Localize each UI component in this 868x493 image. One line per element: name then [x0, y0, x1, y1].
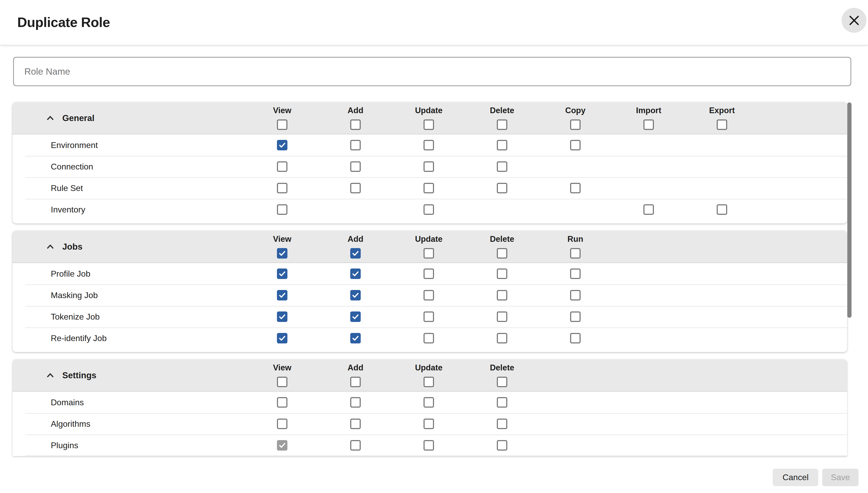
checkbox-general-connection-view[interactable] [277, 162, 288, 172]
close-button[interactable] [842, 8, 866, 33]
checkbox-jobs-select-all-update[interactable] [424, 248, 434, 259]
checkbox-jobs-profile-job-run[interactable] [570, 269, 580, 279]
checkbox-jobs-tokenize-job-update[interactable] [424, 312, 434, 322]
checkbox-general-select-all-copy[interactable] [570, 120, 580, 130]
cell-delete [465, 162, 539, 172]
checkbox-settings-algorithms-view[interactable] [277, 419, 288, 429]
checkbox-settings-algorithms-add[interactable] [350, 419, 361, 429]
close-icon [848, 15, 860, 26]
checkbox-general-rule-set-copy[interactable] [570, 183, 580, 193]
checkbox-jobs-tokenize-job-run[interactable] [570, 312, 580, 322]
chevron-up-icon [45, 370, 55, 381]
checkbox-jobs-select-all-view[interactable] [277, 248, 288, 259]
checkbox-general-rule-set-add[interactable] [350, 183, 361, 193]
checkbox-general-environment-update[interactable] [424, 140, 434, 150]
checkbox-jobs-masking-job-delete[interactable] [497, 290, 507, 300]
checkbox-general-connection-add[interactable] [350, 162, 361, 172]
checkbox-general-connection-update[interactable] [424, 162, 434, 172]
checkbox-general-rule-set-update[interactable] [424, 183, 434, 193]
cell-update [392, 440, 465, 451]
checkbox-settings-domains-view[interactable] [277, 397, 288, 408]
checkbox-jobs-re-identify-job-add[interactable] [350, 333, 361, 343]
checkbox-jobs-profile-job-update[interactable] [424, 269, 434, 279]
checkbox-general-inventory-export[interactable] [717, 204, 727, 215]
checkbox-settings-select-all-update[interactable] [424, 377, 434, 387]
checkbox-jobs-masking-job-run[interactable] [570, 290, 580, 300]
checkbox-settings-select-all-add[interactable] [350, 377, 361, 387]
cell-delete [465, 290, 539, 300]
column-header-label: Update [415, 234, 442, 244]
collapse-section-button[interactable] [45, 241, 56, 253]
checkbox-jobs-masking-job-add[interactable] [350, 290, 361, 300]
checkbox-general-select-all-delete[interactable] [497, 120, 507, 130]
checkbox-general-inventory-update[interactable] [424, 204, 434, 215]
checkbox-general-inventory-import[interactable] [643, 204, 654, 215]
checkbox-general-select-all-export[interactable] [717, 120, 727, 130]
checkbox-general-environment-view[interactable] [277, 140, 288, 150]
checkbox-jobs-select-all-delete[interactable] [497, 248, 507, 259]
checkbox-jobs-tokenize-job-delete[interactable] [497, 312, 507, 322]
checkbox-jobs-profile-job-delete[interactable] [497, 269, 507, 279]
cell-view [246, 162, 319, 172]
checkbox-general-rule-set-view[interactable] [277, 183, 288, 193]
checkbox-general-select-all-add[interactable] [350, 120, 361, 130]
checkbox-jobs-re-identify-job-delete[interactable] [497, 333, 507, 343]
checkbox-settings-plugins-delete[interactable] [497, 440, 507, 451]
checkbox-general-inventory-view[interactable] [277, 204, 288, 215]
cancel-button[interactable]: Cancel [773, 469, 818, 486]
checkbox-settings-plugins-update[interactable] [424, 440, 434, 451]
checkbox-settings-domains-update[interactable] [424, 397, 434, 408]
checkbox-general-environment-delete[interactable] [497, 140, 507, 150]
cell-copy [539, 183, 612, 193]
column-delete: Delete [465, 102, 539, 134]
section-title: Jobs [62, 242, 83, 252]
checkbox-jobs-re-identify-job-view[interactable] [277, 333, 288, 343]
role-name-input[interactable] [13, 57, 851, 86]
cell-copy [539, 140, 612, 150]
checkbox-settings-domains-delete[interactable] [497, 397, 507, 408]
checkbox-general-environment-copy[interactable] [570, 140, 580, 150]
checkbox-jobs-re-identify-job-run[interactable] [570, 333, 580, 343]
checkbox-jobs-re-identify-job-update[interactable] [424, 333, 434, 343]
checkbox-general-connection-delete[interactable] [497, 162, 507, 172]
checkbox-general-select-all-import[interactable] [643, 120, 654, 130]
column-delete: Delete [465, 231, 539, 262]
checkbox-settings-domains-add[interactable] [350, 397, 361, 408]
checkbox-settings-plugins-add[interactable] [350, 440, 361, 451]
checkbox-jobs-select-all-add[interactable] [350, 248, 361, 259]
checkbox-general-select-all-view[interactable] [277, 120, 288, 130]
table-row-tokenize-job: Tokenize Job [13, 306, 847, 327]
collapse-section-button[interactable] [45, 370, 56, 381]
checkbox-jobs-tokenize-job-add[interactable] [350, 312, 361, 322]
section-general: General ViewAddUpdateDeleteCopyImportExp… [13, 102, 847, 223]
collapse-section-button[interactable] [45, 112, 56, 124]
cell-add [319, 140, 392, 150]
checkbox-jobs-tokenize-job-view[interactable] [277, 312, 288, 322]
column-header-label: Delete [490, 106, 514, 115]
row-label: Masking Job [51, 291, 98, 300]
checkbox-jobs-profile-job-add[interactable] [350, 269, 361, 279]
checkbox-settings-algorithms-update[interactable] [424, 419, 434, 429]
checkbox-general-select-all-update[interactable] [424, 120, 434, 130]
duplicate-role-dialog: Duplicate Role General ViewAddUpdateDe [0, 0, 868, 493]
cell-run [539, 333, 612, 343]
table-row-domains: Domains [13, 392, 847, 413]
cell-add [319, 183, 392, 193]
column-import: Import [612, 102, 685, 134]
checkbox-settings-algorithms-delete[interactable] [497, 419, 507, 429]
cell-add [319, 440, 392, 451]
checkbox-jobs-profile-job-view[interactable] [277, 269, 288, 279]
checkbox-jobs-select-all-run[interactable] [570, 248, 580, 259]
checkbox-jobs-masking-job-update[interactable] [424, 290, 434, 300]
save-button[interactable]: Save [822, 469, 859, 486]
check-icon [278, 334, 287, 342]
row-label: Profile Job [51, 269, 90, 278]
checkbox-settings-select-all-view[interactable] [277, 377, 288, 387]
checkbox-general-rule-set-delete[interactable] [497, 183, 507, 193]
checkbox-settings-select-all-delete[interactable] [497, 377, 507, 387]
checkbox-general-environment-add[interactable] [350, 140, 361, 150]
table-row-re-identify-job: Re-identify Job [13, 327, 847, 349]
checkbox-jobs-masking-job-view[interactable] [277, 290, 288, 300]
vertical-scrollbar-thumb[interactable] [847, 102, 851, 318]
cell-add [319, 269, 392, 279]
